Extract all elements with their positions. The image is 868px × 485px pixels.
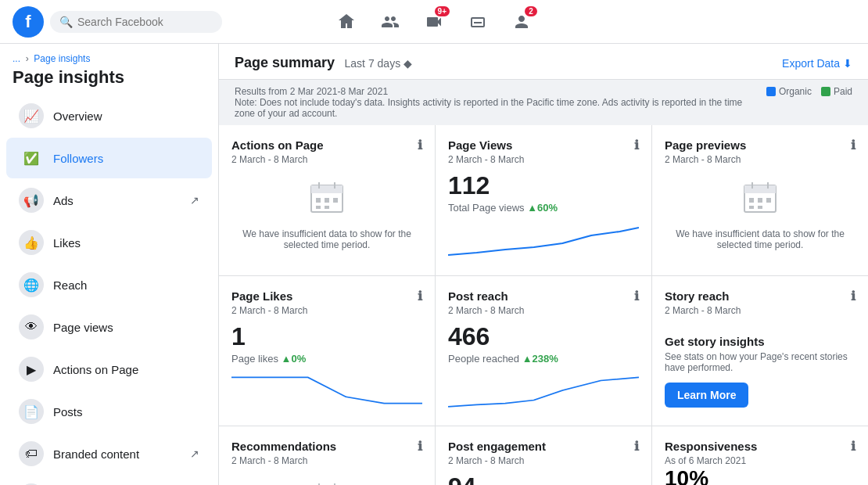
card-value-likes: 1 — [231, 322, 422, 351]
cards-grid: Actions on Page ℹ 2 March - 8 March — [219, 125, 868, 485]
svg-rect-17 — [758, 206, 762, 209]
branded-external-icon: ↗ — [190, 447, 199, 460]
sidebar-item-label-likes: Likes — [53, 236, 81, 250]
calendar-icon-recommendations — [308, 479, 346, 485]
svg-rect-10 — [744, 185, 776, 193]
svg-rect-16 — [749, 206, 754, 209]
search-box[interactable]: 🔍 — [50, 11, 222, 33]
home-nav-button[interactable] — [328, 3, 365, 41]
paid-label: Paid — [834, 86, 852, 97]
facebook-logo[interactable]: f — [13, 6, 44, 38]
people-requests-button[interactable]: 2 — [503, 3, 540, 41]
no-data-previews: We have insufficient data to show for th… — [665, 165, 855, 263]
marketplace-nav-button[interactable] — [459, 3, 497, 41]
no-data-text-previews: We have insufficient data to show for th… — [671, 228, 849, 250]
card-page-previews: Page previews ℹ 2 March - 8 March — [652, 125, 868, 275]
card-post-engagement: Post engagement ℹ 2 March - 8 March 94 P… — [436, 426, 651, 485]
card-date-responsiveness: As of 6 March 2021 — [665, 455, 855, 466]
sidebar-item-pageviews[interactable]: 👁 Page views — [6, 307, 212, 347]
sidebar-header: ... › Page insights Page insights — [0, 44, 218, 94]
sidebar-item-label-overview: Overview — [53, 110, 102, 123]
card-info-engagement[interactable]: ℹ — [634, 439, 639, 454]
export-button[interactable]: Export Data ⬇ — [782, 57, 852, 70]
summary-period[interactable]: Last 7 days ◆ — [345, 57, 413, 70]
card-info-responsiveness[interactable]: ℹ — [851, 439, 855, 454]
export-icon: ⬇ — [843, 57, 852, 70]
sidebar-item-overview[interactable]: 📈 Overview — [6, 95, 212, 136]
card-info-actions[interactable]: ℹ — [418, 138, 422, 153]
branded-icon: 🏷 — [19, 441, 44, 466]
story-insights-title: Get story insights — [665, 335, 855, 348]
card-actions-on-page: Actions on Page ℹ 2 March - 8 March — [219, 125, 435, 275]
card-info-story[interactable]: ℹ — [851, 289, 855, 304]
sidebar-item-ads[interactable]: 📢 Ads ↗ — [6, 180, 212, 221]
calendar-icon-previews — [741, 178, 779, 222]
breadcrumb-parent[interactable]: ... — [13, 53, 20, 64]
card-change-reach: ▲238% — [522, 353, 558, 365]
card-date-likes: 2 March - 8 March — [231, 305, 422, 316]
card-change-pageviews: ▲60% — [527, 202, 558, 214]
sidebar-item-label-reach: Reach — [53, 278, 87, 292]
card-date-recommendations: 2 March - 8 March — [231, 455, 422, 466]
card-title-pageviews: Page Views ℹ — [448, 138, 639, 153]
friends-nav-button[interactable] — [371, 3, 409, 41]
no-data-text-actions: We have insufficient data to show for th… — [238, 228, 416, 250]
card-change-likes: ▲0% — [282, 353, 307, 365]
card-info-pageviews[interactable]: ℹ — [634, 138, 639, 153]
card-title-previews: Page previews ℹ — [665, 138, 855, 153]
sidebar-item-events[interactable]: 📅 Events ↗ — [6, 476, 212, 485]
response-rate-value: 10% — [665, 466, 855, 485]
sidebar-item-actions[interactable]: ▶ Actions on Page — [6, 349, 212, 390]
legend: Organic Paid — [766, 86, 852, 97]
topnav-left: f 🔍 — [13, 6, 222, 38]
svg-rect-14 — [758, 198, 762, 203]
svg-rect-5 — [325, 198, 329, 203]
card-page-likes: Page Likes ℹ 2 March - 8 March 1 Page li… — [219, 276, 435, 426]
svg-rect-4 — [316, 198, 321, 203]
svg-rect-7 — [316, 206, 321, 209]
card-value-pageviews: 112 — [448, 171, 639, 200]
summary-title: Page summary — [235, 55, 335, 70]
card-info-recommendations[interactable]: ℹ — [418, 439, 422, 454]
sidebar-item-reach[interactable]: 🌐 Reach — [6, 264, 212, 305]
video-nav-button[interactable]: 9+ — [415, 3, 453, 41]
learn-more-button[interactable]: Learn More — [665, 383, 748, 408]
sidebar-item-likes[interactable]: 👍 Likes — [6, 222, 212, 263]
sidebar-item-followers[interactable]: ✅ Followers — [6, 138, 212, 178]
card-info-likes[interactable]: ℹ — [418, 289, 422, 304]
chart-pageviews — [448, 220, 639, 262]
page-title: Page insights — [13, 67, 206, 88]
card-value-engagement: 94 — [448, 472, 639, 485]
organic-dot — [766, 87, 776, 96]
svg-rect-6 — [333, 198, 338, 203]
sidebar-item-label-actions: Actions on Page — [53, 363, 138, 376]
calendar-icon-actions — [308, 178, 346, 222]
card-sublabel-pageviews: Total Page views ▲60% — [448, 202, 639, 214]
paid-dot — [821, 87, 830, 96]
sidebar-item-label-pageviews: Page views — [53, 321, 113, 334]
card-post-reach: Post reach ℹ 2 March - 8 March 466 Peopl… — [436, 276, 651, 426]
search-icon: 🔍 — [59, 16, 73, 28]
export-label: Export Data — [782, 57, 840, 70]
breadcrumb: ... › Page insights — [13, 53, 206, 64]
posts-icon: 📄 — [19, 399, 44, 424]
actions-icon: ▶ — [19, 357, 44, 382]
card-info-reach[interactable]: ℹ — [634, 289, 639, 304]
results-note-text: Results from 2 Mar 2021-8 Mar 2021 Note:… — [235, 86, 751, 119]
card-info-previews[interactable]: ℹ — [851, 138, 855, 153]
card-title-actions: Actions on Page ℹ — [231, 138, 422, 153]
svg-rect-1 — [311, 185, 343, 193]
legend-organic: Organic — [766, 86, 812, 97]
results-disclaimer: Note: Does not include today's data. Ins… — [235, 97, 751, 119]
sidebar: ... › Page insights Page insights 📈 Over… — [0, 44, 219, 485]
results-from: Results from 2 Mar 2021-8 Mar 2021 — [235, 86, 751, 97]
pageviews-icon: 👁 — [19, 314, 44, 340]
sidebar-item-posts[interactable]: 📄 Posts — [6, 391, 212, 432]
svg-rect-15 — [766, 198, 771, 203]
people-badge: 2 — [525, 6, 537, 16]
card-recommendations: Recommendations ℹ 2 March - 8 March — [219, 426, 435, 485]
search-input[interactable] — [77, 16, 213, 28]
card-date-pageviews: 2 March - 8 March — [448, 154, 639, 165]
sidebar-item-branded[interactable]: 🏷 Branded content ↗ — [6, 433, 212, 474]
sidebar-item-label-followers: Followers — [53, 152, 103, 165]
